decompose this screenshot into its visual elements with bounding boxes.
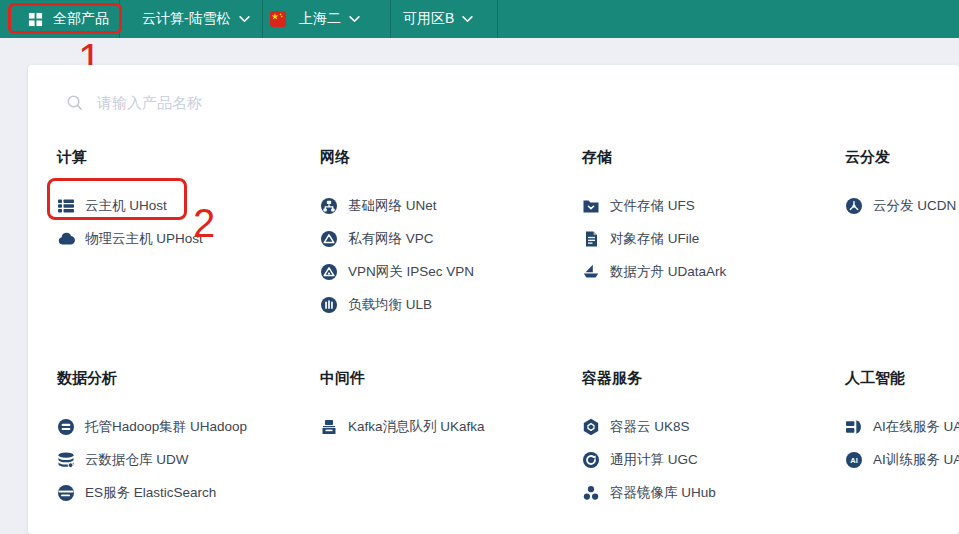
section-title: 人工智能 — [845, 368, 959, 388]
product-item-uhadoop[interactable]: 托管Hadoop集群 UHadoop — [57, 410, 307, 443]
product-item-label: 负载均衡 ULB — [348, 296, 432, 314]
product-item-label: 托管Hadoop集群 UHadoop — [85, 418, 247, 436]
ucdn-icon — [845, 197, 863, 215]
product-item-udw[interactable]: 云数据仓库 UDW — [57, 443, 307, 476]
ugc-icon — [582, 451, 600, 469]
uphost-icon — [57, 230, 75, 248]
product-item-label: 数据方舟 UDataArk — [610, 263, 726, 281]
elasticsearch-icon — [57, 484, 75, 502]
nav-account-label: 云计算-陆雪松 — [142, 10, 231, 28]
chevron-down-icon — [239, 16, 250, 23]
uhadoop-icon — [57, 418, 75, 436]
product-item-label: 基础网络 UNet — [348, 197, 437, 215]
product-item-label: 云数据仓库 UDW — [85, 451, 189, 469]
uai-online-icon — [845, 418, 863, 436]
ulb-icon — [320, 296, 338, 314]
chevron-down-icon — [349, 16, 360, 23]
product-item-label: AI在线服务 UAI — [873, 418, 959, 436]
nav-divider — [119, 0, 120, 38]
product-item-label: 云主机 UHost — [85, 197, 167, 215]
vpc-icon — [320, 230, 338, 248]
section-网络: 网络基础网络 UNet私有网络 VPCVPN网关 IPSec VPN负载均衡 U… — [320, 147, 570, 321]
nav-zone-label: 可用区B — [403, 10, 454, 28]
section-容器服务: 容器服务容器云 UK8S通用计算 UGC容器镜像库 UHub — [582, 368, 832, 509]
product-item-ufs[interactable]: 文件存储 UFS — [582, 189, 832, 222]
product-item-label: 物理云主机 UPHost — [85, 230, 203, 248]
china-flag-icon — [270, 11, 286, 27]
product-item-label: 文件存储 UFS — [610, 197, 695, 215]
product-item-label: AI训练服务 UAI — [873, 451, 959, 469]
nav-divider — [390, 0, 391, 38]
product-item-ulb[interactable]: 负载均衡 ULB — [320, 288, 570, 321]
svg-text:AI: AI — [850, 455, 858, 464]
top-navigation-bar: 全部产品 云计算-陆雪松 上海二 可用区B — [0, 0, 959, 38]
section-云分发: 云分发云分发 UCDN — [845, 147, 959, 222]
ufile-icon — [582, 230, 600, 248]
product-item-udataark[interactable]: 数据方舟 UDataArk — [582, 255, 832, 288]
udataark-icon — [582, 263, 600, 281]
uhub-icon — [582, 484, 600, 502]
product-item-label: 私有网络 VPC — [348, 230, 434, 248]
uhost-icon — [57, 197, 75, 215]
chevron-down-icon — [462, 16, 473, 23]
product-item-uk8s[interactable]: 容器云 UK8S — [582, 410, 832, 443]
product-item-ufile[interactable]: 对象存储 UFile — [582, 222, 832, 255]
product-item-uhost[interactable]: 云主机 UHost — [57, 189, 307, 222]
product-item-ucdn[interactable]: 云分发 UCDN — [845, 189, 959, 222]
product-item-vpc[interactable]: 私有网络 VPC — [320, 222, 570, 255]
product-item-elasticsearch[interactable]: ES服务 ElasticSearch — [57, 476, 307, 509]
ufs-icon — [582, 197, 600, 215]
section-title: 数据分析 — [57, 368, 307, 388]
uai-train-icon: AI — [845, 451, 863, 469]
section-数据分析: 数据分析托管Hadoop集群 UHadoop云数据仓库 UDWES服务 Elas… — [57, 368, 307, 509]
section-title: 云分发 — [845, 147, 959, 167]
ukafka-icon — [320, 418, 338, 436]
product-item-label: Kafka消息队列 UKafka — [348, 418, 485, 436]
product-item-label: ES服务 ElasticSearch — [85, 484, 216, 502]
nav-region-selector[interactable]: 上海二 — [270, 0, 360, 38]
product-item-label: VPN网关 IPSec VPN — [348, 263, 474, 281]
section-中间件: 中间件Kafka消息队列 UKafka — [320, 368, 570, 443]
nav-divider — [497, 0, 498, 38]
nav-region-label: 上海二 — [299, 10, 341, 28]
grid-icon — [28, 12, 43, 27]
product-item-uhub[interactable]: 容器镜像库 UHub — [582, 476, 832, 509]
uk8s-icon — [582, 418, 600, 436]
nav-zone-selector[interactable]: 可用区B — [403, 0, 473, 38]
section-人工智能: 人工智能AI在线服务 UAIAIAI训练服务 UAI — [845, 368, 959, 476]
product-item-label: 容器云 UK8S — [610, 418, 690, 436]
section-title: 网络 — [320, 147, 570, 167]
nav-account-menu[interactable]: 云计算-陆雪松 — [142, 0, 250, 38]
product-item-uphost[interactable]: 物理云主机 UPHost — [57, 222, 307, 255]
section-title: 计算 — [57, 147, 307, 167]
udw-icon — [57, 451, 75, 469]
section-title: 容器服务 — [582, 368, 832, 388]
product-item-label: 通用计算 UGC — [610, 451, 698, 469]
section-title: 中间件 — [320, 368, 570, 388]
section-计算: 计算云主机 UHost物理云主机 UPHost — [57, 147, 307, 255]
search-input[interactable] — [95, 93, 399, 112]
product-search — [66, 93, 399, 112]
product-item-ukafka[interactable]: Kafka消息队列 UKafka — [320, 410, 570, 443]
product-catalog-panel: 计算云主机 UHost物理云主机 UPHost网络基础网络 UNet私有网络 V… — [28, 65, 959, 534]
nav-all-products[interactable]: 全部产品 — [28, 0, 109, 38]
unet-icon — [320, 197, 338, 215]
search-icon — [66, 94, 83, 111]
product-item-label: 容器镜像库 UHub — [610, 484, 716, 502]
section-存储: 存储文件存储 UFS对象存储 UFile数据方舟 UDataArk — [582, 147, 832, 288]
nav-all-products-label: 全部产品 — [53, 10, 109, 28]
vpn-icon — [320, 263, 338, 281]
product-item-uai-online[interactable]: AI在线服务 UAI — [845, 410, 959, 443]
section-title: 存储 — [582, 147, 832, 167]
product-item-label: 对象存储 UFile — [610, 230, 699, 248]
product-item-unet[interactable]: 基础网络 UNet — [320, 189, 570, 222]
product-item-ugc[interactable]: 通用计算 UGC — [582, 443, 832, 476]
product-item-vpn[interactable]: VPN网关 IPSec VPN — [320, 255, 570, 288]
nav-divider — [262, 0, 263, 38]
product-item-uai-train[interactable]: AIAI训练服务 UAI — [845, 443, 959, 476]
product-item-label: 云分发 UCDN — [873, 197, 956, 215]
